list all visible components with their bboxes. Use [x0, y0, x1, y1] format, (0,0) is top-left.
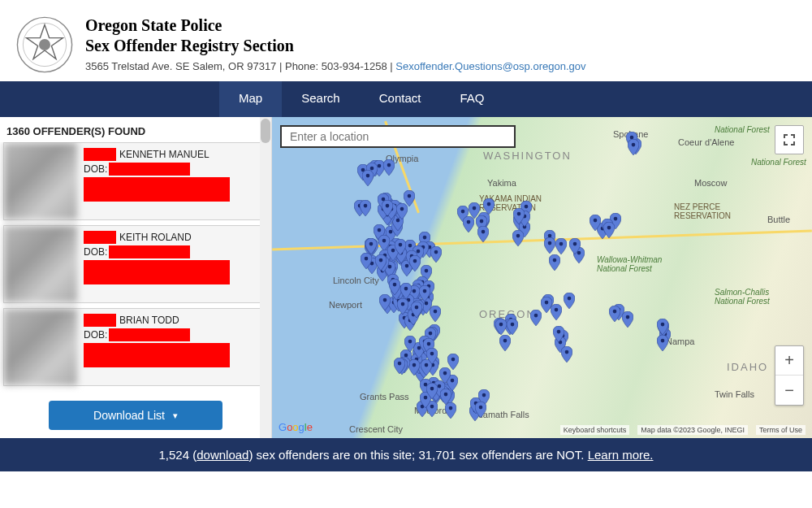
contact-email-link[interactable]: Sexoffender.Questions@osp.oregon.gov — [395, 60, 585, 72]
city-label: Twin Falls — [715, 389, 754, 399]
map-pin[interactable] — [507, 319, 518, 335]
map-pin[interactable] — [389, 279, 400, 295]
nav-map[interactable]: Map — [219, 81, 282, 117]
map-pin[interactable] — [383, 159, 395, 176]
svg-point-191 — [482, 393, 486, 397]
svg-point-192 — [479, 405, 483, 409]
svg-point-180 — [565, 350, 569, 354]
map-pin[interactable] — [426, 348, 438, 364]
page-header: Oregon State Police Sex Offender Registr… — [0, 0, 812, 81]
offender-card[interactable]: KENNETH MANUEL DOB: — [3, 142, 268, 220]
learn-more-link[interactable]: Learn more. — [588, 448, 654, 462]
svg-point-104 — [408, 340, 412, 344]
map-pin[interactable] — [361, 253, 372, 269]
map-pin[interactable] — [395, 239, 406, 255]
map-pin[interactable] — [555, 238, 567, 254]
svg-point-64 — [412, 289, 416, 293]
nav-search[interactable]: Search — [282, 81, 360, 117]
map-pin[interactable] — [549, 254, 560, 271]
map-pin[interactable] — [426, 383, 438, 399]
location-search-input[interactable] — [280, 125, 516, 148]
map-pin[interactable] — [365, 238, 377, 254]
footer-download-link[interactable]: download — [197, 448, 248, 462]
map-pin[interactable] — [408, 359, 420, 376]
map-panel[interactable]: WASHINGTON OREGON IDAHO Spokane Coeur d'… — [272, 117, 812, 438]
download-list-button[interactable]: Download List▾ — [49, 401, 222, 430]
nav-faq[interactable]: FAQ — [440, 81, 503, 117]
map-pin[interactable] — [553, 326, 564, 342]
map-pin[interactable] — [360, 200, 371, 216]
map-pin[interactable] — [397, 298, 408, 315]
map-pin[interactable] — [590, 215, 601, 231]
map-pin[interactable] — [475, 402, 486, 418]
map-pin[interactable] — [411, 302, 422, 318]
offender-card[interactable]: BRIAN TODD DOB: — [3, 308, 268, 386]
map-pin[interactable] — [362, 170, 374, 186]
map-pin[interactable] — [375, 254, 387, 271]
svg-point-100 — [429, 332, 433, 336]
map-pin[interactable] — [561, 346, 572, 363]
svg-point-170 — [555, 307, 559, 311]
map-pin[interactable] — [657, 319, 668, 335]
city-label: Grants Pass — [360, 392, 409, 402]
map-pin[interactable] — [400, 283, 412, 299]
map-pin[interactable] — [495, 319, 507, 335]
offender-photo — [4, 226, 77, 302]
offender-card[interactable]: KEITH ROLAND DOB: — [3, 225, 268, 303]
map-pin[interactable] — [628, 139, 639, 155]
map-pin[interactable] — [551, 304, 562, 320]
map-pin[interactable] — [394, 358, 405, 374]
zoom-out-button[interactable]: − — [775, 376, 803, 405]
map-labels: WASHINGTON OREGON IDAHO Spokane Coeur d'… — [272, 117, 812, 438]
svg-point-197 — [387, 163, 391, 167]
city-label: Coeur d'Alene — [678, 137, 734, 147]
map-pin[interactable] — [404, 336, 416, 352]
map-pin[interactable] — [379, 294, 391, 310]
svg-point-4 — [422, 236, 426, 240]
city-label: Yakima — [487, 178, 516, 188]
dob-label: DOB: — [84, 163, 107, 175]
svg-point-183 — [626, 315, 630, 319]
svg-point-3 — [39, 39, 50, 50]
svg-point-171 — [568, 297, 572, 301]
svg-point-181 — [557, 330, 561, 334]
map-pin[interactable] — [396, 203, 408, 219]
svg-point-163 — [613, 217, 617, 221]
map-pin[interactable] — [657, 335, 668, 351]
svg-point-184 — [613, 309, 617, 313]
map-pin[interactable] — [569, 238, 581, 254]
map-pin[interactable] — [419, 285, 430, 302]
map-pin[interactable] — [544, 237, 555, 254]
svg-point-140 — [385, 204, 389, 208]
map-pin[interactable] — [512, 230, 524, 246]
map-pin[interactable] — [409, 255, 421, 271]
terms-link[interactable]: Terms of Use — [756, 425, 806, 435]
map-pin[interactable] — [603, 222, 615, 238]
map-pin[interactable] — [622, 311, 633, 328]
map-pin[interactable] — [609, 306, 620, 322]
offender-list[interactable]: KENNETH MANUEL DOB: KEITH ROLAND DOB: — [0, 142, 271, 393]
svg-point-29 — [408, 243, 412, 247]
offender-info: KENNETH MANUEL DOB: — [77, 143, 267, 219]
footer-count: 1,524 — [159, 448, 190, 462]
nav-contact[interactable]: Contact — [360, 81, 441, 117]
map-pin[interactable] — [564, 293, 575, 309]
map-pin[interactable] — [382, 200, 393, 216]
svg-point-200 — [630, 135, 634, 139]
map-pin[interactable] — [445, 402, 456, 419]
svg-point-83 — [383, 297, 387, 302]
map-pin[interactable] — [463, 216, 474, 232]
map-pin[interactable] — [430, 246, 442, 263]
svg-point-123 — [438, 384, 442, 389]
city-label: Newport — [329, 300, 362, 310]
fullscreen-button[interactable] — [775, 125, 804, 154]
svg-point-106 — [427, 342, 431, 346]
keyboard-shortcuts-link[interactable]: Keyboard shortcuts — [560, 425, 630, 435]
map-pin[interactable] — [499, 335, 511, 351]
map-pin[interactable] — [477, 226, 489, 242]
svg-point-148 — [479, 219, 483, 224]
zoom-in-button[interactable]: + — [775, 346, 803, 376]
redacted-block — [84, 231, 116, 244]
dob-label: DOB: — [84, 246, 107, 258]
map-pin[interactable] — [513, 208, 525, 224]
